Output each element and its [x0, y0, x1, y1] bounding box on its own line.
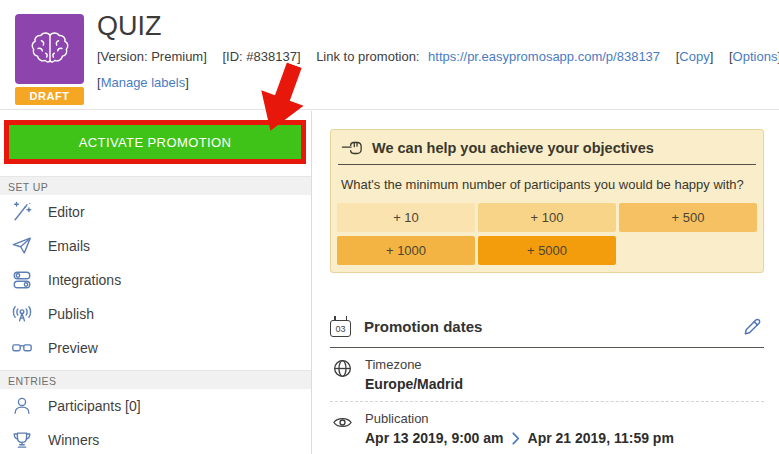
objectives-card-header: We can help you achieve your objectives — [331, 130, 763, 164]
glasses-icon — [10, 336, 34, 360]
publication-start: Apr 13 2019, 9:00 am — [365, 430, 504, 446]
eye-icon — [332, 411, 356, 446]
main-content: We can help you achieve your objectives … — [313, 111, 779, 454]
manage-labels-link[interactable]: Manage labels — [101, 75, 186, 90]
promotion-dates-header: 03 Promotion dates — [330, 315, 764, 338]
promotion-meta: [Version: Premium] [ID: #838137] Link to… — [97, 46, 771, 68]
timezone-row: Timezone Europe/Madrid — [330, 348, 764, 402]
objectives-question: What's the minimum number of participant… — [331, 165, 763, 203]
sidebar-item-label: Editor — [48, 204, 85, 220]
sidebar-item-editor[interactable]: Editor — [0, 195, 311, 229]
objective-option-10[interactable]: + 10 — [337, 203, 475, 232]
objective-option-5000[interactable]: + 5000 — [478, 236, 616, 265]
objective-options: + 10 + 100 + 500 + 1000 + 5000 — [331, 203, 763, 265]
send-icon — [10, 234, 34, 258]
trophy-icon — [10, 428, 34, 452]
copy-action: [Copy] — [676, 49, 714, 64]
sidebar-item-preview[interactable]: Preview — [0, 331, 311, 365]
publication-label: Publication — [365, 411, 674, 426]
sidebar-item-participants[interactable]: Participants [0] — [0, 389, 311, 423]
sidebar-section-entries: ENTRIES — [0, 370, 311, 389]
timezone-label: Timezone — [365, 357, 463, 372]
arrow-right-icon — [512, 432, 520, 445]
promotion-link[interactable]: https://pr.easypromosapp.com/p/838137 — [428, 49, 660, 64]
sidebar-item-label: Winners — [48, 432, 99, 448]
sidebar: ACTIVATE PROMOTION SET UP Editor Emails — [0, 111, 312, 454]
sidebar-item-label: Integrations — [48, 272, 121, 288]
sidebar-item-label: Participants [0] — [48, 398, 141, 414]
manage-labels-row: [Manage labels] — [97, 72, 771, 94]
objectives-card: We can help you achieve your objectives … — [330, 129, 764, 273]
sidebar-section-setup: SET UP — [0, 176, 311, 195]
promotion-thumbnail — [15, 14, 84, 84]
objective-option-1000[interactable]: + 1000 — [337, 236, 475, 265]
header-text: QUIZ [Version: Premium] [ID: #838137] Li… — [97, 10, 771, 94]
link-to-promotion-label: Link to promotion: — [316, 49, 419, 64]
status-badge: DRAFT — [15, 87, 84, 105]
objective-option-500[interactable]: + 500 — [619, 203, 757, 232]
sidebar-item-publish[interactable]: Publish — [0, 297, 311, 331]
copy-link[interactable]: Copy — [679, 49, 709, 64]
sidebar-item-winners[interactable]: Winners — [0, 423, 311, 454]
edit-pencil-icon[interactable] — [741, 315, 764, 338]
page-title: QUIZ — [97, 10, 771, 42]
calendar-day: 03 — [335, 324, 345, 334]
sidebar-item-integrations[interactable]: Integrations — [0, 263, 311, 297]
options-link[interactable]: Options — [733, 49, 778, 64]
sidebar-item-label: Emails — [48, 238, 90, 254]
sidebar-item-label: Publish — [48, 306, 94, 322]
promotion-dates-section: 03 Promotion dates Time — [330, 315, 764, 454]
objectives-card-title: We can help you achieve your objectives — [372, 140, 654, 156]
globe-icon — [332, 357, 356, 392]
toggles-icon — [10, 268, 34, 292]
objective-option-100[interactable]: + 100 — [478, 203, 616, 232]
publication-dates: Apr 13 2019, 9:00 am Apr 21 2019, 11:59 … — [365, 430, 674, 446]
pointing-hand-icon — [341, 139, 363, 157]
version-label: [Version: Premium] — [97, 49, 207, 64]
header: DRAFT QUIZ [Version: Premium] [ID: #8381… — [0, 0, 779, 110]
publication-end: Apr 21 2019, 11:59 pm — [528, 430, 674, 446]
options-action: [Options] — [729, 49, 779, 64]
timezone-value: Europe/Madrid — [365, 376, 463, 392]
wand-icon — [10, 200, 34, 224]
publication-row: Publication Apr 13 2019, 9:00 am Apr 21 … — [330, 402, 764, 454]
person-icon — [10, 394, 34, 418]
broadcast-icon — [10, 302, 34, 326]
calendar-icon: 03 — [330, 320, 351, 337]
id-label: [ID: #838137] — [222, 49, 300, 64]
brain-icon — [27, 24, 73, 74]
sidebar-item-emails[interactable]: Emails — [0, 229, 311, 263]
promotion-dates-title: Promotion dates — [364, 318, 482, 335]
promotion-dashboard: DRAFT QUIZ [Version: Premium] [ID: #8381… — [0, 0, 779, 454]
sidebar-item-label: Preview — [48, 340, 98, 356]
